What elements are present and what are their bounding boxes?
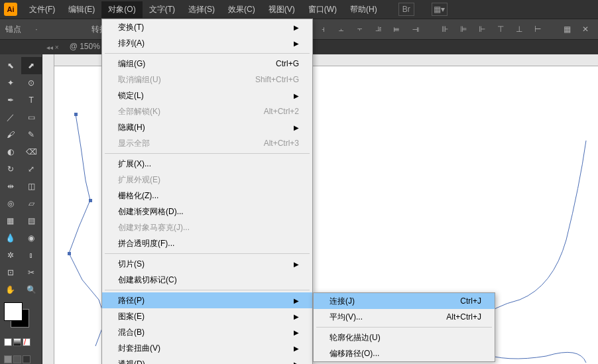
line-tool-icon[interactable]: ／ bbox=[0, 109, 21, 126]
screen-mode-presentation-icon[interactable] bbox=[23, 355, 30, 363]
anchor-label: 锚点 bbox=[5, 24, 21, 35]
direct-selection-tool-icon[interactable]: ⬈ bbox=[21, 57, 42, 74]
color-swatch[interactable]: / bbox=[0, 298, 42, 364]
dist-v2-icon[interactable]: ⊥ bbox=[512, 23, 526, 36]
rectangle-tool-icon[interactable]: ▭ bbox=[21, 109, 42, 126]
mini-swatch-none[interactable]: / bbox=[23, 338, 30, 346]
menu-select[interactable]: 选择(S) bbox=[182, 1, 221, 18]
shape-builder-tool-icon[interactable]: ◎ bbox=[0, 195, 21, 212]
object-menu-dropdown: 变换(T)▶排列(A)▶编组(G)Ctrl+G取消编组(U)Shift+Ctrl… bbox=[101, 19, 313, 364]
dist-h2-icon[interactable]: ⊫ bbox=[456, 23, 471, 36]
menu-item[interactable]: 平均(V)...Alt+Ctrl+J bbox=[314, 309, 495, 325]
align-bottom-icon[interactable]: ⫣ bbox=[408, 23, 423, 36]
menu-item[interactable]: 轮廓化描边(U) bbox=[314, 330, 495, 345]
eyedropper-tool-icon[interactable]: 💧 bbox=[0, 229, 21, 247]
blend-tool-icon[interactable]: ◉ bbox=[21, 229, 42, 247]
selection-tool-icon[interactable]: ⬉ bbox=[0, 57, 21, 74]
artboard-tool-icon[interactable]: ⊡ bbox=[0, 264, 21, 281]
menu-item[interactable]: 连接(J)Ctrl+J bbox=[314, 293, 495, 309]
menu-item[interactable]: 锁定(L)▶ bbox=[102, 88, 312, 103]
menu-item[interactable]: 切片(S)▶ bbox=[102, 256, 312, 272]
eraser-tool-icon[interactable]: ⌫ bbox=[21, 143, 42, 160]
paintbrush-tool-icon[interactable]: 🖌 bbox=[0, 126, 21, 143]
mesh-tool-icon[interactable]: ▦ bbox=[0, 212, 21, 229]
graph-tool-icon[interactable]: ⫾ bbox=[21, 247, 42, 264]
dist-v3-icon[interactable]: ⊢ bbox=[530, 23, 545, 36]
lasso-tool-icon[interactable]: ⊙ bbox=[21, 74, 42, 91]
dist-h3-icon[interactable]: ⊩ bbox=[475, 23, 489, 36]
menu-item[interactable]: 变换(T)▶ bbox=[102, 19, 312, 35]
menu-item[interactable]: 扩展(X)... bbox=[102, 156, 312, 172]
tool-panel: ⬉⬈ ✦⊙ ✒T ／▭ 🖌✎ ◐⌫ ↻⤢ ⇹◫ ◎▱ ▦▤ 💧◉ ✲⫾ ⊡✂ ✋… bbox=[0, 54, 42, 364]
perspective-tool-icon[interactable]: ▱ bbox=[21, 195, 42, 212]
menu-effect[interactable]: 效果(C) bbox=[221, 1, 262, 18]
menu-item[interactable]: 偏移路径(O)... bbox=[314, 345, 495, 361]
menu-file[interactable]: 文件(F) bbox=[23, 1, 62, 18]
pen-tool-icon[interactable]: ✒ bbox=[0, 91, 21, 109]
path-left[interactable] bbox=[69, 114, 105, 346]
menu-window[interactable]: 窗口(W) bbox=[302, 1, 343, 18]
isolate-icon[interactable]: ✕ bbox=[578, 23, 593, 36]
mini-swatch-color[interactable] bbox=[4, 338, 12, 346]
bridge-icon[interactable]: Br bbox=[398, 3, 414, 16]
align-vcenter-icon[interactable]: ⫢ bbox=[390, 23, 404, 36]
menu-item[interactable]: 拼合透明度(F)... bbox=[102, 235, 312, 251]
menu-item[interactable]: 路径(P)▶ bbox=[102, 292, 312, 308]
menu-item[interactable]: 透视(D)▶ bbox=[102, 356, 312, 364]
menu-item: 取消编组(U)Shift+Ctrl+G bbox=[102, 72, 312, 88]
align-top-icon[interactable]: ⫡ bbox=[371, 23, 386, 36]
app-logo: Ai bbox=[4, 3, 17, 16]
menu-edit[interactable]: 编辑(E) bbox=[62, 1, 101, 18]
menu-item[interactable]: 隐藏(H)▶ bbox=[102, 119, 312, 135]
anchor-point[interactable] bbox=[89, 199, 92, 202]
menu-type[interactable]: 文字(T) bbox=[143, 1, 182, 18]
magic-wand-tool-icon[interactable]: ✦ bbox=[0, 74, 21, 91]
blob-brush-tool-icon[interactable]: ◐ bbox=[0, 143, 21, 160]
path-submenu: 连接(J)Ctrl+J平均(V)...Alt+Ctrl+J轮廓化描边(U)偏移路… bbox=[313, 292, 495, 362]
menu-item[interactable]: 编组(G)Ctrl+G bbox=[102, 56, 312, 72]
anchor-dot-icon[interactable]: · bbox=[29, 23, 44, 36]
scale-tool-icon[interactable]: ⤢ bbox=[21, 160, 42, 178]
align-left-icon[interactable]: ⫞ bbox=[316, 23, 330, 36]
menu-item[interactable]: 封套扭曲(V)▶ bbox=[102, 340, 312, 356]
dist-v1-icon[interactable]: ⊤ bbox=[493, 23, 508, 36]
free-transform-tool-icon[interactable]: ◫ bbox=[21, 178, 42, 195]
screen-mode-normal-icon[interactable] bbox=[4, 355, 12, 363]
menu-item: 显示全部Alt+Ctrl+3 bbox=[102, 135, 312, 151]
fill-swatch[interactable] bbox=[4, 302, 23, 321]
zoom-tool-icon[interactable]: 🔍 bbox=[21, 281, 42, 298]
menu-object[interactable]: 对象(O) bbox=[101, 1, 142, 18]
menu-item[interactable]: 排列(A)▶ bbox=[102, 35, 312, 51]
menu-item[interactable]: 创建渐变网格(D)... bbox=[102, 204, 312, 219]
type-tool-icon[interactable]: T bbox=[21, 91, 42, 109]
gradient-tool-icon[interactable]: ▤ bbox=[21, 212, 42, 229]
transform-icon[interactable]: ▦ bbox=[560, 23, 574, 36]
menu-item: 全部解锁(K)Alt+Ctrl+2 bbox=[102, 103, 312, 119]
mini-swatch-gradient[interactable] bbox=[13, 338, 21, 346]
symbol-sprayer-tool-icon[interactable]: ✲ bbox=[0, 247, 21, 264]
anchor-point[interactable] bbox=[74, 113, 78, 116]
screen-mode-full-icon[interactable] bbox=[13, 355, 21, 363]
menu-item[interactable]: 混合(B)▶ bbox=[102, 324, 312, 340]
slice-tool-icon[interactable]: ✂ bbox=[21, 264, 42, 281]
pencil-tool-icon[interactable]: ✎ bbox=[21, 126, 42, 143]
menu-view[interactable]: 视图(V) bbox=[262, 1, 302, 18]
align-right-icon[interactable]: ⫟ bbox=[353, 23, 367, 36]
menu-item[interactable]: 栅格化(Z)... bbox=[102, 188, 312, 204]
menu-item: 扩展外观(E) bbox=[102, 172, 312, 188]
menu-item[interactable]: 图案(E)▶ bbox=[102, 308, 312, 324]
tab-collapse-icon[interactable]: ◂◂ × bbox=[42, 44, 63, 51]
menubar: Ai 文件(F) 编辑(E) 对象(O) 文字(T) 选择(S) 效果(C) 视… bbox=[0, 0, 598, 19]
anchor-point[interactable] bbox=[68, 252, 71, 255]
menu-help[interactable]: 帮助(H) bbox=[343, 1, 384, 18]
rotate-tool-icon[interactable]: ↻ bbox=[0, 160, 21, 178]
menu-item[interactable]: 创建裁切标记(C) bbox=[102, 272, 312, 288]
align-hcenter-icon[interactable]: ⫠ bbox=[334, 23, 349, 36]
menu-item: 创建对象马赛克(J)... bbox=[102, 219, 312, 235]
dist-h1-icon[interactable]: ⊪ bbox=[438, 23, 452, 36]
arrange-docs-icon[interactable]: ▦▾ bbox=[432, 3, 448, 16]
hand-tool-icon[interactable]: ✋ bbox=[0, 281, 21, 298]
width-tool-icon[interactable]: ⇹ bbox=[0, 178, 21, 195]
